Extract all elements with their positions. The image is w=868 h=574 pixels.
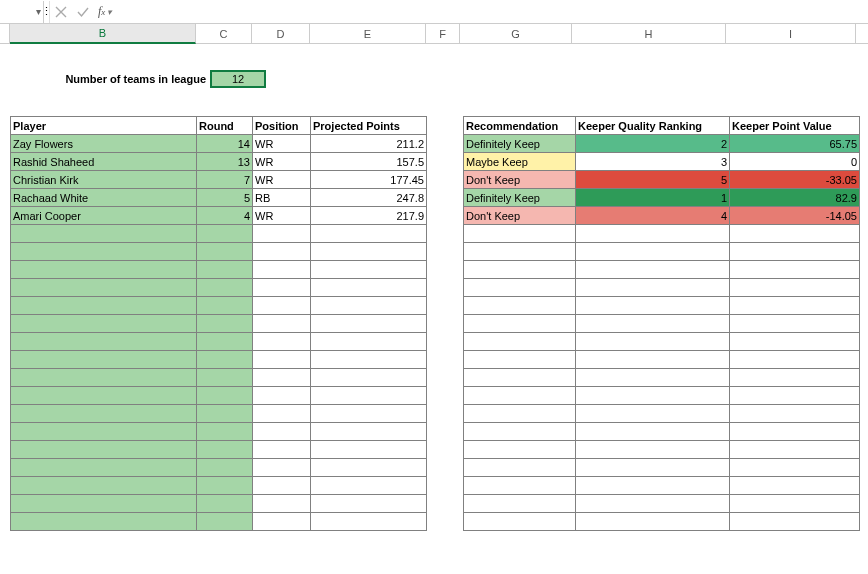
cell[interactable]: [730, 495, 860, 513]
cell-round[interactable]: 7: [197, 171, 253, 189]
cell[interactable]: [11, 243, 197, 261]
cell[interactable]: [11, 225, 197, 243]
cell[interactable]: [311, 423, 427, 441]
header-projected[interactable]: Projected Points: [311, 117, 427, 135]
cell[interactable]: [311, 495, 427, 513]
cell-projected[interactable]: 157.5: [311, 153, 427, 171]
select-all-corner[interactable]: [0, 24, 10, 43]
cell[interactable]: [730, 441, 860, 459]
cell[interactable]: [464, 279, 576, 297]
cell[interactable]: [253, 423, 311, 441]
cell-position[interactable]: RB: [253, 189, 311, 207]
cell[interactable]: [464, 315, 576, 333]
cell[interactable]: [576, 297, 730, 315]
header-player[interactable]: Player: [11, 117, 197, 135]
cell[interactable]: [11, 513, 197, 531]
cell[interactable]: [11, 387, 197, 405]
cell[interactable]: [197, 387, 253, 405]
cell[interactable]: [197, 423, 253, 441]
cell[interactable]: [197, 279, 253, 297]
cell[interactable]: [576, 243, 730, 261]
cell[interactable]: [576, 351, 730, 369]
cell[interactable]: [730, 297, 860, 315]
cell-position[interactable]: WR: [253, 207, 311, 225]
cell[interactable]: [197, 495, 253, 513]
cell[interactable]: [730, 513, 860, 531]
cell-rank[interactable]: 5: [576, 171, 730, 189]
cell[interactable]: [464, 333, 576, 351]
cell[interactable]: [197, 369, 253, 387]
cell[interactable]: [197, 477, 253, 495]
cell[interactable]: [464, 243, 576, 261]
cell[interactable]: [464, 477, 576, 495]
cell-player[interactable]: Amari Cooper: [11, 207, 197, 225]
cell-projected[interactable]: 247.8: [311, 189, 427, 207]
cell[interactable]: [576, 477, 730, 495]
cell-position[interactable]: WR: [253, 135, 311, 153]
cell[interactable]: [11, 261, 197, 279]
cell-position[interactable]: WR: [253, 153, 311, 171]
cell-projected[interactable]: 217.9: [311, 207, 427, 225]
name-box[interactable]: ▾: [0, 1, 44, 23]
cell-round[interactable]: 4: [197, 207, 253, 225]
cell[interactable]: [730, 459, 860, 477]
cell[interactable]: [730, 351, 860, 369]
cell[interactable]: [311, 279, 427, 297]
cell-player[interactable]: Christian Kirk: [11, 171, 197, 189]
cell[interactable]: [464, 513, 576, 531]
column-header-E[interactable]: E: [310, 24, 426, 43]
cell-player[interactable]: Rashid Shaheed: [11, 153, 197, 171]
cell[interactable]: [11, 333, 197, 351]
cell[interactable]: [11, 369, 197, 387]
cell[interactable]: [197, 225, 253, 243]
cell-recommendation[interactable]: Definitely Keep: [464, 189, 576, 207]
cell[interactable]: [253, 513, 311, 531]
cell[interactable]: [11, 441, 197, 459]
cell[interactable]: [253, 405, 311, 423]
cell-projected[interactable]: 177.45: [311, 171, 427, 189]
cell[interactable]: [253, 315, 311, 333]
cell[interactable]: [253, 297, 311, 315]
cell[interactable]: [311, 405, 427, 423]
cell[interactable]: [311, 315, 427, 333]
cell[interactable]: [197, 513, 253, 531]
cell-round[interactable]: 13: [197, 153, 253, 171]
cell[interactable]: [576, 333, 730, 351]
cell[interactable]: [311, 441, 427, 459]
cell-value[interactable]: 65.75: [730, 135, 860, 153]
cell-value[interactable]: 82.9: [730, 189, 860, 207]
cell-value[interactable]: -33.05: [730, 171, 860, 189]
cell-rank[interactable]: 3: [576, 153, 730, 171]
header-recommendation[interactable]: Recommendation: [464, 117, 576, 135]
header-round[interactable]: Round: [197, 117, 253, 135]
cell-player[interactable]: Zay Flowers: [11, 135, 197, 153]
cell-rank[interactable]: 1: [576, 189, 730, 207]
cell[interactable]: [253, 369, 311, 387]
cell[interactable]: [253, 225, 311, 243]
teams-input-cell[interactable]: 12: [210, 70, 266, 88]
cell[interactable]: [253, 351, 311, 369]
cell[interactable]: [464, 441, 576, 459]
cell[interactable]: [11, 405, 197, 423]
cell-recommendation[interactable]: Don't Keep: [464, 207, 576, 225]
cell[interactable]: [197, 261, 253, 279]
cell[interactable]: [576, 495, 730, 513]
cell[interactable]: [576, 315, 730, 333]
cell[interactable]: [11, 423, 197, 441]
cell[interactable]: [730, 225, 860, 243]
cell[interactable]: [311, 369, 427, 387]
cancel-formula-button[interactable]: [50, 1, 72, 23]
cell[interactable]: [730, 405, 860, 423]
cell-recommendation[interactable]: Definitely Keep: [464, 135, 576, 153]
cell[interactable]: [197, 351, 253, 369]
cell[interactable]: [197, 405, 253, 423]
cell[interactable]: [11, 477, 197, 495]
cell-projected[interactable]: 211.2: [311, 135, 427, 153]
cell[interactable]: [197, 459, 253, 477]
cell[interactable]: [311, 243, 427, 261]
cell[interactable]: [576, 423, 730, 441]
cell-round[interactable]: 5: [197, 189, 253, 207]
header-position[interactable]: Position: [253, 117, 311, 135]
cell[interactable]: [730, 333, 860, 351]
cell[interactable]: [253, 441, 311, 459]
